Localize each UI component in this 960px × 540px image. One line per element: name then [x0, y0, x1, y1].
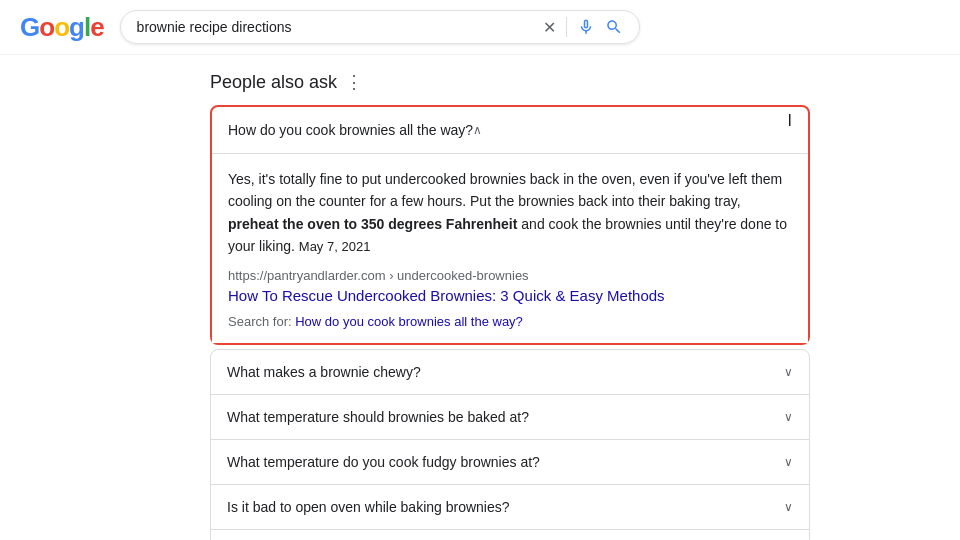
paa-item-2-text: What temperature do you cook fudgy brown… [227, 454, 540, 470]
search-for-label: Search for: [228, 314, 292, 329]
google-logo[interactable]: Google [20, 12, 104, 43]
clear-button[interactable]: ✕ [543, 18, 556, 37]
cursor-indicator: I [788, 112, 792, 130]
paa-item-0-text: What makes a brownie chewy? [227, 364, 421, 380]
clear-icon: ✕ [543, 18, 556, 37]
logo-o2: o [54, 12, 69, 43]
search-icons: ✕ [543, 17, 623, 37]
paa-expanded-question-text: How do you cook brownies all the way? [228, 122, 473, 138]
paa-section-title: People also ask ⋮ [210, 71, 810, 93]
logo-g1: G [20, 12, 39, 43]
answer-text-part1: Yes, it's totally fine to put undercooke… [228, 171, 782, 209]
paa-other-items: What makes a brownie chewy? ∨ What tempe… [210, 349, 810, 540]
paa-item-1-text: What temperature should brownies be bake… [227, 409, 529, 425]
paa-answer: Yes, it's totally fine to put undercooke… [212, 154, 808, 343]
answer-text: Yes, it's totally fine to put undercooke… [228, 168, 792, 258]
paa-options-icon[interactable]: ⋮ [345, 71, 363, 93]
mic-button[interactable] [577, 18, 595, 36]
logo-g2: g [69, 12, 84, 43]
answer-source-url: https://pantryandlarder.com › undercooke… [228, 268, 792, 283]
chevron-down-icon-1: ∨ [784, 410, 793, 424]
paa-title-text: People also ask [210, 72, 337, 93]
paa-item-3[interactable]: Is it bad to open oven while baking brow… [211, 485, 809, 530]
answer-result-link[interactable]: How To Rescue Undercooked Brownies: 3 Qu… [228, 287, 792, 304]
header: Google ✕ [0, 0, 960, 55]
chevron-down-icon-0: ∨ [784, 365, 793, 379]
search-button[interactable] [605, 18, 623, 36]
paa-item-0[interactable]: What makes a brownie chewy? ∨ [211, 350, 809, 395]
chevron-down-icon-3: ∨ [784, 500, 793, 514]
search-for-row: Search for: How do you cook brownies all… [228, 314, 792, 329]
answer-date: May 7, 2021 [299, 239, 371, 254]
paa-item-4[interactable]: Why don't my brownies have a crust on to… [211, 530, 809, 540]
chevron-up-icon: ∧ [473, 123, 482, 137]
paa-item-2[interactable]: What temperature do you cook fudgy brown… [211, 440, 809, 485]
search-for-link[interactable]: How do you cook brownies all the way? [295, 314, 523, 329]
search-icon [605, 18, 623, 36]
answer-bold-text: preheat the oven to 350 degrees Fahrenhe… [228, 216, 517, 232]
paa-item-3-text: Is it bad to open oven while baking brow… [227, 499, 510, 515]
search-input[interactable] [137, 19, 535, 35]
divider [566, 17, 567, 37]
main-content: People also ask ⋮ How do you cook browni… [130, 55, 830, 540]
search-bar[interactable]: ✕ [120, 10, 640, 44]
mic-icon [577, 18, 595, 36]
paa-expanded-question[interactable]: How do you cook brownies all the way? ∧ … [212, 107, 808, 154]
paa-item-1[interactable]: What temperature should brownies be bake… [211, 395, 809, 440]
paa-expanded-item: How do you cook brownies all the way? ∧ … [210, 105, 810, 345]
chevron-down-icon-2: ∨ [784, 455, 793, 469]
logo-e: e [90, 12, 103, 43]
logo-o1: o [39, 12, 54, 43]
